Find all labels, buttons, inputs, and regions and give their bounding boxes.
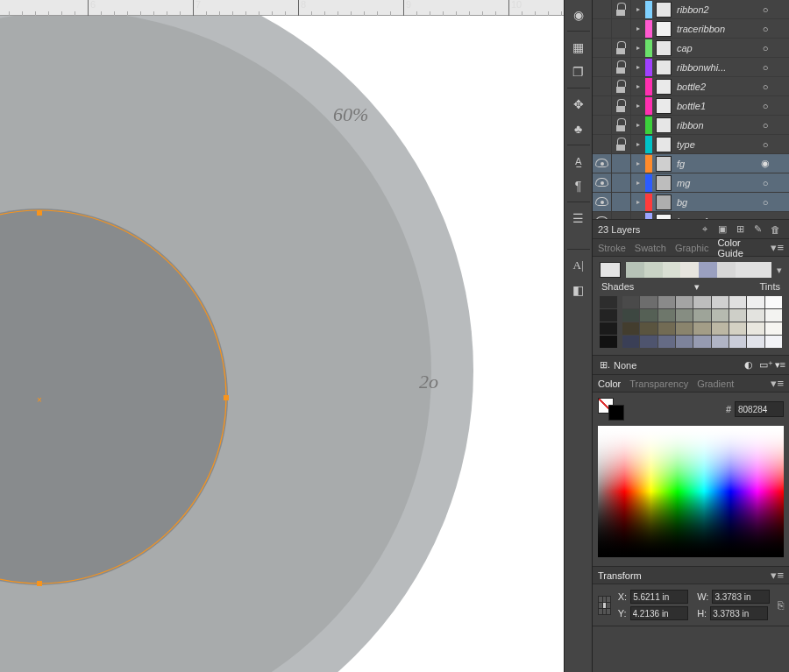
stroke-swatch[interactable] [608, 405, 624, 421]
character-panel-icon[interactable]: A̲ [567, 150, 590, 173]
variation-swatch[interactable] [640, 309, 657, 322]
visibility-toggle[interactable] [593, 96, 612, 116]
target-indicator[interactable]: ○ [757, 24, 773, 34]
layer-row[interactable]: ▸traceribbon○ [593, 19, 789, 39]
harmony-swatch[interactable] [736, 262, 754, 278]
layer-row[interactable]: ▸mg○ [593, 173, 789, 193]
tab-stroke[interactable]: Stroke [598, 243, 626, 253]
visibility-toggle[interactable] [593, 0, 612, 19]
visibility-toggle[interactable] [593, 19, 612, 39]
tab-graphic-styles[interactable]: Graphic [675, 243, 709, 253]
layer-row[interactable]: ▸cap○ [593, 39, 789, 58]
disclosure-icon[interactable]: ▸ [631, 25, 645, 32]
panel-menu-icon-3[interactable]: ▾≡ [771, 377, 784, 390]
hex-input[interactable] [735, 401, 784, 417]
target-indicator[interactable]: ○ [757, 178, 773, 188]
variation-swatch[interactable] [676, 296, 693, 308]
lock-toggle[interactable] [612, 154, 631, 173]
layer-name[interactable]: ribbon [677, 120, 757, 131]
target-indicator[interactable]: ○ [757, 216, 773, 220]
variation-swatch[interactable] [600, 309, 617, 322]
disclosure-icon[interactable]: ▸ [631, 198, 645, 206]
variation-swatch[interactable] [765, 322, 782, 335]
visibility-toggle[interactable] [593, 77, 612, 96]
variation-swatch[interactable] [658, 309, 675, 322]
layer-name[interactable]: bottle2 [677, 81, 757, 92]
tab-transform[interactable]: Transform [598, 570, 642, 581]
visibility-toggle[interactable] [593, 39, 612, 58]
variation-swatch[interactable] [622, 296, 639, 308]
appearance-panel-icon[interactable]: A| [567, 254, 590, 277]
limit-colors-icon[interactable]: ⊞. [596, 359, 614, 371]
color-spectrum[interactable] [598, 426, 784, 557]
target-indicator[interactable]: ○ [757, 197, 773, 208]
edit-colors-icon[interactable]: ◐ [740, 359, 757, 371]
layer-name[interactable]: bottle1 [677, 101, 757, 111]
disclosure-icon[interactable]: ▸ [631, 217, 645, 219]
variation-swatch[interactable] [747, 336, 764, 348]
variation-swatch[interactable] [600, 296, 617, 308]
layer-row[interactable]: ▸fg◉ [593, 154, 789, 173]
lock-toggle[interactable] [612, 77, 631, 96]
variation-swatch[interactable] [693, 296, 710, 308]
lock-toggle[interactable] [612, 19, 631, 39]
disclosure-icon[interactable]: ▸ [631, 140, 645, 148]
visibility-toggle[interactable] [593, 212, 612, 220]
lock-toggle[interactable] [612, 58, 631, 77]
layer-list[interactable]: ▸ribbon2○▸traceribbon○▸cap○▸ribbonwhi...… [593, 0, 789, 219]
harmony-swatch[interactable] [644, 262, 663, 278]
constrain-proportions-icon[interactable]: ⎘ [777, 599, 784, 612]
panel-menu-icon-4[interactable]: ▾≡ [771, 569, 784, 582]
variation-swatch[interactable] [712, 322, 729, 335]
harmony-dropdown-icon[interactable]: ▾ [777, 265, 782, 276]
visibility-toggle[interactable] [593, 58, 612, 77]
variation-swatch[interactable] [658, 322, 675, 335]
target-indicator[interactable]: ○ [757, 81, 773, 92]
variation-swatch[interactable] [676, 309, 693, 322]
lock-toggle[interactable] [612, 212, 631, 220]
layer-name[interactable]: mg [677, 178, 757, 188]
target-indicator[interactable]: ○ [757, 120, 773, 131]
tab-swatches[interactable]: Swatch [635, 243, 666, 253]
save-group-icon[interactable]: ▭⁺ [757, 359, 775, 371]
visibility-toggle[interactable] [593, 173, 612, 193]
variation-swatch[interactable] [712, 336, 729, 348]
delete-layer-icon[interactable]: 🗑 [766, 224, 784, 235]
harmony-swatch[interactable] [699, 262, 717, 278]
variation-swatch[interactable] [765, 309, 782, 322]
variation-swatch[interactable] [729, 296, 746, 308]
variation-swatch[interactable] [622, 309, 639, 322]
visibility-toggle[interactable] [593, 193, 612, 212]
graphic-styles-icon[interactable]: ◧ [567, 279, 590, 301]
variation-swatch[interactable] [640, 322, 657, 335]
panel-icon[interactable]: ▦ [567, 36, 590, 59]
disclosure-icon[interactable]: ▸ [631, 63, 645, 71]
base-color-swatch[interactable] [600, 262, 621, 278]
canvas-area[interactable]: 5678910 初版。请 样是什么 并设置这 alt(Ma 心的描边 定注意每 … [0, 0, 564, 672]
symbols-panel-icon[interactable]: ♣ [567, 117, 590, 140]
target-indicator[interactable]: ◉ [757, 158, 773, 169]
variation-swatch[interactable] [640, 336, 657, 348]
harmony-swatch[interactable] [717, 262, 736, 278]
variation-swatch[interactable] [622, 336, 639, 348]
disclosure-icon[interactable]: ▸ [631, 159, 645, 167]
tab-color[interactable]: Color [598, 378, 621, 389]
layer-row[interactable]: ▸type○ [593, 135, 789, 154]
variation-swatch[interactable] [676, 336, 693, 348]
variation-swatch[interactable] [712, 309, 729, 322]
variation-swatch[interactable] [693, 309, 710, 322]
harmony-strip[interactable] [626, 262, 771, 278]
paragraph-panel-icon[interactable]: ¶ [567, 174, 590, 197]
x-input[interactable] [630, 590, 688, 604]
variation-swatch[interactable] [600, 322, 617, 335]
variation-dropdown-icon[interactable]: ▾ [694, 281, 700, 293]
disclosure-icon[interactable]: ▸ [631, 82, 645, 90]
layer-name[interactable]: type [677, 139, 757, 150]
variation-swatch[interactable] [658, 336, 675, 348]
locate-layer-icon[interactable]: ⌖ [696, 223, 714, 235]
layer-name[interactable]: traceribbon [677, 24, 757, 34]
make-clip-icon[interactable]: ▣ [714, 223, 731, 235]
layer-name[interactable]: Layer 1 [677, 216, 757, 220]
panel-menu-icon[interactable]: ▾≡ [771, 241, 784, 254]
layer-name[interactable]: ribbonwhi... [677, 62, 757, 73]
